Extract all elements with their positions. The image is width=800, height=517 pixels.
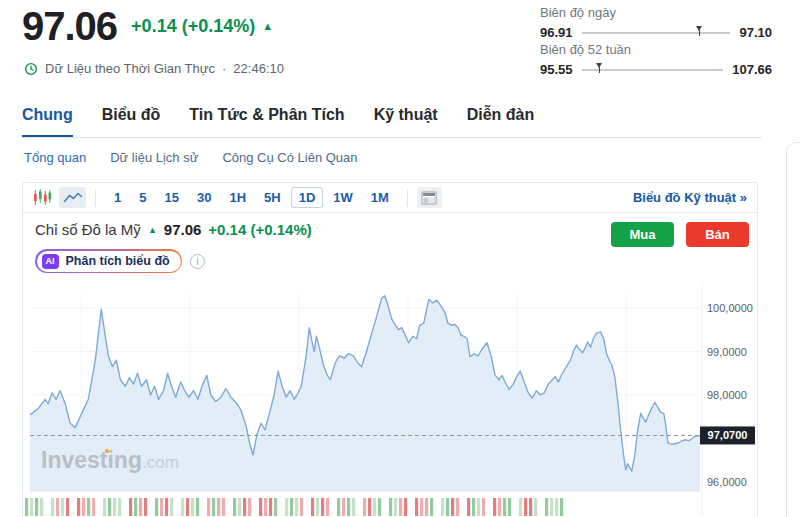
svg-text:99,0000: 99,0000 [707, 346, 747, 358]
line-chart-icon[interactable] [59, 187, 86, 208]
ai-analysis-button[interactable]: AI Phân tích biểu đồ [35, 249, 182, 273]
tab-tin-tuc[interactable]: Tin Tức & Phân Tích [189, 106, 344, 138]
page: { "header": { "price": "97.06", "change"… [0, 0, 800, 517]
price-change-text: +0.14 (+0.14%) [131, 16, 255, 37]
interval-30[interactable]: 30 [189, 187, 219, 208]
chart-toolbar: 1515301H5H1D1W1M Biểu đồ Kỹ thuật » [23, 183, 757, 213]
svg-text:100,0000: 100,0000 [707, 302, 753, 314]
realtime-row: Dữ Liệu theo Thời Gian Thực · 22:46:10 [24, 61, 284, 76]
last-price: 97.06 [22, 4, 117, 49]
interval-1m[interactable]: 1M [363, 187, 397, 208]
buy-button[interactable]: Mua [611, 222, 674, 247]
interval-1h[interactable]: 1H [221, 187, 254, 208]
instrument-up-icon: ▲ [148, 225, 157, 235]
svg-text:98,0000: 98,0000 [707, 389, 747, 401]
technical-chart-link[interactable]: Biểu đồ Kỹ thuật » [633, 190, 747, 205]
quote-time: 22:46:10 [233, 61, 284, 76]
day-range: Biên độ ngày 96.91 97.10 [540, 5, 772, 40]
subtab-tong-quan[interactable]: Tổng quan [24, 150, 86, 165]
svg-text:96,0000: 96,0000 [707, 476, 747, 488]
subtab-du-lieu-lich-su[interactable]: Dữ liệu Lịch sử [110, 150, 198, 165]
tabs-divider [22, 137, 762, 138]
time-separator: · [222, 61, 226, 76]
main-tabs: Chung Biểu đồ Tin Tức & Phân Tích Kỹ thu… [22, 106, 534, 138]
realtime-label: Dữ Liệu theo Thời Gian Thực [45, 61, 215, 76]
week52-range-low: 95.55 [540, 62, 573, 77]
tab-dien-dan[interactable]: Diễn đàn [467, 106, 535, 138]
day-range-low: 96.91 [540, 25, 573, 40]
up-triangle-icon: ▲ [262, 21, 273, 32]
interval-1[interactable]: 1 [106, 187, 129, 208]
interval-1d[interactable]: 1D [291, 187, 324, 208]
instrument-name: Chỉ số Đô la Mỹ [35, 221, 141, 238]
info-icon[interactable]: i [190, 254, 205, 269]
ai-badge-icon: AI [42, 254, 59, 269]
adjacent-panel [786, 142, 800, 517]
sell-button[interactable]: Bán [686, 222, 749, 247]
tab-chung[interactable]: Chung [22, 106, 73, 138]
day-range-high: 97.10 [739, 25, 772, 40]
ai-analysis-label: Phân tích biểu đồ [66, 254, 170, 268]
week52-range-high: 107.66 [732, 62, 772, 77]
tab-bieu-do[interactable]: Biểu đồ [102, 106, 161, 138]
sub-tabs: Tổng quan Dữ liệu Lịch sử Công Cụ Có Liê… [24, 150, 358, 165]
layout-icon[interactable] [417, 187, 442, 208]
interval-list: 1515301H5H1D1W1M [105, 187, 398, 208]
week52-range-track [582, 69, 724, 71]
day-range-label: Biên độ ngày [540, 5, 772, 20]
day-range-track [582, 32, 731, 34]
price-chart[interactable]: 100,000099,000098,000096,000097,0700 [23, 273, 757, 517]
clock-icon [24, 62, 38, 76]
interval-15[interactable]: 15 [156, 187, 186, 208]
svg-text:97,0700: 97,0700 [708, 429, 748, 441]
interval-1w[interactable]: 1W [325, 187, 361, 208]
price-change: +0.14 (+0.14%) ▲ [131, 16, 273, 37]
toolbar-divider [95, 189, 96, 207]
ai-analysis-row: AI Phân tích biểu đồ i [35, 249, 205, 273]
quote-header: 97.06 +0.14 (+0.14%) ▲ [22, 4, 273, 49]
interval-5h[interactable]: 5H [256, 187, 289, 208]
subtab-cong-cu[interactable]: Công Cụ Có Liên Quan [222, 150, 357, 165]
instrument-change: +0.14 (+0.14%) [208, 221, 311, 238]
week52-range: Biên độ 52 tuần 95.55 107.66 [540, 42, 772, 77]
week52-range-label: Biên độ 52 tuần [540, 42, 772, 57]
chart-card: 1515301H5H1D1W1M Biểu đồ Kỹ thuật » Chỉ … [22, 182, 758, 517]
interval-5[interactable]: 5 [131, 187, 154, 208]
instrument-price: 97.06 [164, 221, 202, 238]
candlestick-chart-icon[interactable] [33, 189, 52, 206]
tab-ky-thuat[interactable]: Kỹ thuật [374, 106, 438, 138]
toolbar-divider [407, 189, 408, 207]
instrument-header: Chỉ số Đô la Mỹ ▲ 97.06 +0.14 (+0.14%) [35, 221, 312, 238]
